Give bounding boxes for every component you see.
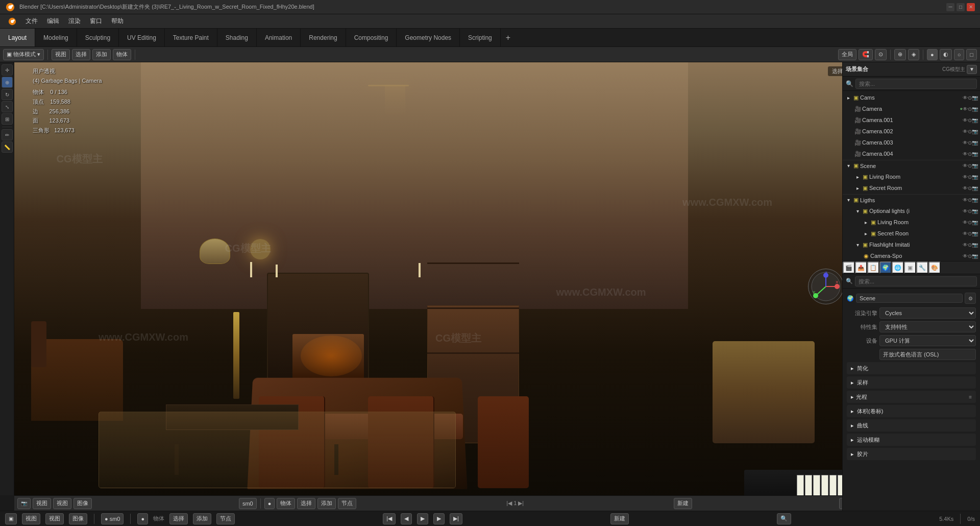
viewport-area[interactable]: ✛ ⊕ ↻ ⤡ ⊞ ✏ 📏 [0, 62, 842, 511]
add-btn2[interactable]: 添加 [317, 498, 336, 509]
output-props-btn[interactable]: 📤 [855, 261, 867, 274]
status-view-btn2[interactable]: 视图 [45, 513, 64, 524]
features-select[interactable]: 支持特性 实验性 [879, 321, 976, 332]
zoom-btn[interactable]: 🔍 [839, 498, 842, 509]
lr-r[interactable]: 📷 [972, 174, 978, 180]
viewport-overlay-btn[interactable]: 选择 ▾ [828, 66, 842, 76]
add-menu-button[interactable]: 添加 [92, 49, 111, 60]
sr-r[interactable]: 📷 [972, 185, 978, 191]
view-menu-button[interactable]: 视图 [52, 49, 70, 60]
tab-layout[interactable]: Layout [0, 29, 35, 46]
tab-uv-editing[interactable]: UV Editing [119, 29, 165, 46]
menu-help[interactable]: 帮助 [107, 16, 128, 27]
render-engine-select[interactable]: Cycles EEVEE Workbench [879, 307, 976, 319]
render-mode-btn[interactable]: ● [264, 498, 275, 509]
node-btn[interactable]: 节点 [338, 498, 356, 509]
jump-end-btn[interactable]: ▶| [450, 513, 462, 524]
tree-item-secret-room[interactable]: ▸ ▣ Secret Room 👁 ⊙ 📷 [843, 182, 980, 194]
next-frame-btn[interactable]: ▶ [433, 513, 445, 524]
render-icon[interactable]: 📷 [972, 106, 978, 112]
motion-blur-header[interactable]: ▸ 运动模糊 [847, 434, 976, 446]
cs1-eye[interactable]: 👁 [963, 253, 968, 259]
srl-vp[interactable]: ⊙ [968, 231, 972, 236]
tree-item-camera002[interactable]: 🎥 Camera.002 👁 ⊙ 📷 [843, 126, 980, 137]
status-render-btn[interactable]: ● [137, 513, 148, 524]
cs1-r[interactable]: 📷 [972, 253, 978, 259]
fl-vp[interactable]: ⊙ [968, 242, 972, 248]
tab-geometry-nodes[interactable]: Geometry Nodes [397, 29, 460, 46]
viewport-canvas[interactable]: CG模型主 CG模型主 CG模型主 www.CGMXW.com www.CGMX… [14, 62, 842, 511]
shading-wireframe-btn[interactable]: □ [966, 49, 977, 60]
tree-item-optional-lights[interactable]: ▾ ▣ Optional lights (i 👁 ⊙ 📷 [843, 205, 980, 217]
tab-scripting[interactable]: Scripting [460, 29, 501, 46]
status-add-btn[interactable]: 添加 [193, 513, 211, 524]
menu-file[interactable]: 文件 [21, 16, 42, 27]
overlay-btn[interactable]: ⊕ [894, 49, 906, 60]
tree-item-cams[interactable]: ▸ ▣ Cams 👁 ⊙ 📷 [843, 92, 980, 103]
tree-item-sr-light[interactable]: ▸ ▣ Secret Roon 👁 ⊙ 📷 [843, 228, 980, 239]
tree-item-cam-spo1[interactable]: ◉ Camera-Spo 👁 ⊙ 📷 [843, 250, 980, 261]
new-btn[interactable]: 新建 [674, 498, 692, 509]
lrl-r[interactable]: 📷 [972, 220, 978, 225]
select-btn2[interactable]: 选择 [297, 498, 315, 509]
shading-material-btn[interactable]: ◐ [940, 49, 952, 60]
r-icon3[interactable]: 📷 [972, 129, 978, 134]
vp-icon4[interactable]: ⊙ [968, 140, 972, 146]
maximize-button[interactable]: □ [957, 3, 965, 11]
sr-eye[interactable]: 👁 [963, 185, 968, 191]
shading-rendered-btn[interactable]: ○ [954, 49, 965, 60]
cursor-tool[interactable]: ✛ [2, 64, 13, 76]
world-props-btn[interactable]: 🌐 [892, 261, 904, 274]
srl-r[interactable]: 📷 [972, 231, 978, 236]
sampling-header[interactable]: ▸ 采样 [847, 376, 976, 389]
new-scene-btn[interactable]: 新建 [610, 513, 629, 524]
preview-mode-btn[interactable]: sm0 [239, 498, 257, 509]
eye-icon5[interactable]: 👁 [963, 151, 968, 157]
film-header[interactable]: ▸ 胶片 [847, 448, 976, 460]
volume-header[interactable]: ▸ 体积(卷标) [847, 405, 976, 417]
material-props-btn[interactable]: 🎨 [928, 261, 941, 274]
sr-vp[interactable]: ⊙ [968, 185, 972, 191]
tree-item-scene[interactable]: ▾ ▣ Scene 👁 ⊙ 📷 [843, 160, 980, 171]
ol-r[interactable]: 📷 [972, 208, 978, 214]
tree-item-flashlight[interactable]: ▾ ▣ Flashlight Imitati 👁 ⊙ 📷 [843, 239, 980, 250]
filter-icon[interactable]: ▼ [967, 65, 977, 74]
menu-window[interactable]: 窗口 [86, 16, 106, 27]
rotate-tool[interactable]: ↻ [2, 89, 13, 100]
add-workspace-button[interactable]: + [501, 29, 516, 46]
tree-item-camera[interactable]: 🎥 Camera ● 👁 ⊙ 📷 [843, 103, 980, 114]
render-vis-icon[interactable]: 📷 [972, 95, 978, 101]
annotate-tool[interactable]: ✏ [2, 129, 13, 140]
s-eye-icon[interactable]: 👁 [963, 163, 968, 169]
lr-eye[interactable]: 👁 [963, 174, 968, 180]
render-props-btn[interactable]: 🎬 [843, 261, 855, 274]
outliner-search-input[interactable] [855, 79, 977, 89]
l-r[interactable]: 📷 [972, 197, 978, 203]
snap-button[interactable]: 🧲 [859, 49, 873, 60]
play-btn[interactable]: ▶ [417, 513, 428, 524]
status-preview-btn[interactable]: ● sm0 [101, 513, 124, 524]
global-search-btn[interactable]: 🔍 [777, 513, 791, 524]
status-node-btn[interactable]: 节点 [216, 513, 235, 524]
transform-tool[interactable]: ⊞ [2, 113, 13, 125]
l-vp[interactable]: ⊙ [968, 197, 972, 203]
srl-eye[interactable]: 👁 [963, 231, 968, 236]
modifier-props-btn[interactable]: 🔧 [916, 261, 928, 274]
r-icon2[interactable]: 📷 [972, 117, 978, 123]
vp-icon5[interactable]: ⊙ [968, 151, 972, 157]
scene-props-btn[interactable]: 🌍 [879, 261, 892, 274]
tree-item-camera004[interactable]: 🎥 Camera.004 👁 ⊙ 📷 [843, 148, 980, 159]
obj-props-btn[interactable]: ▣ [904, 261, 916, 274]
select-menu-button[interactable]: 选择 [72, 49, 90, 60]
tree-item-camera003[interactable]: 🎥 Camera.003 👁 ⊙ 📷 [843, 137, 980, 148]
lr-vp[interactable]: ⊙ [968, 174, 972, 180]
tab-texture-paint[interactable]: Texture Paint [165, 29, 217, 46]
lrl-vp[interactable]: ⊙ [968, 220, 972, 225]
s-vp-icon[interactable]: ⊙ [968, 163, 972, 169]
tree-item-lr-light[interactable]: ▸ ▣ Living Room 👁 ⊙ 📷 [843, 217, 980, 228]
mode-selector[interactable]: ▣ 物体模式 ▾ [3, 49, 44, 60]
device-select[interactable]: GPU 计算 CPU [879, 335, 976, 346]
eye-icon4[interactable]: 👁 [963, 140, 968, 146]
menu-edit[interactable]: 编辑 [43, 16, 63, 27]
tab-compositing[interactable]: Compositing [346, 29, 397, 46]
